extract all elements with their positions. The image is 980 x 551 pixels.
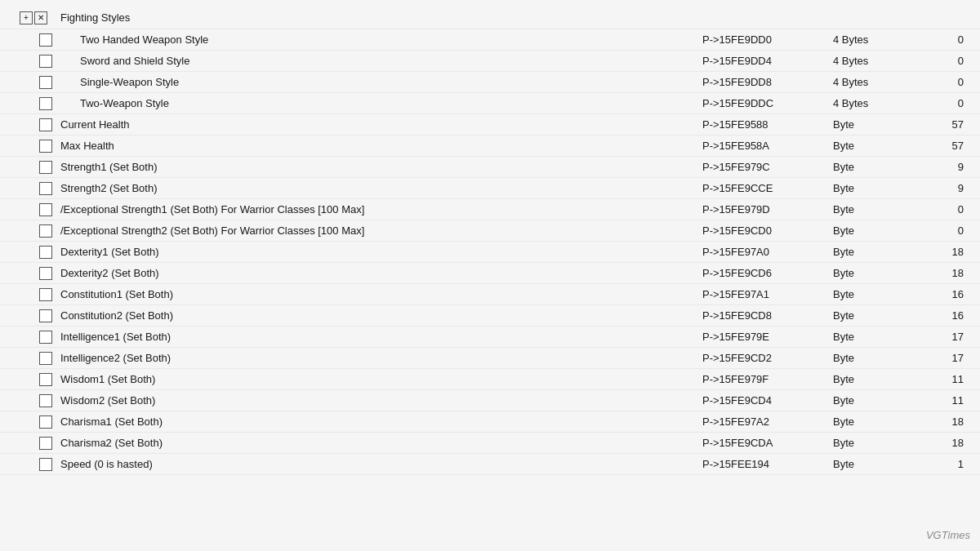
row-value: 18 — [915, 267, 980, 279]
row-checkbox[interactable] — [39, 246, 52, 259]
table-row[interactable]: Two-Weapon StyleP->15FE9DDC4 Bytes0 — [0, 93, 980, 114]
row-name: Single-Weapon Style — [57, 76, 702, 88]
row-address: P->15FE9CCE — [702, 182, 833, 194]
table-row[interactable]: Intelligence2 (Set Both)P->15FE9CD2Byte1… — [0, 348, 980, 369]
row-name: Wisdom1 (Set Both) — [57, 373, 702, 385]
table-row[interactable]: /Exceptional Strength1 (Set Both) For Wa… — [0, 199, 980, 220]
row-checkbox[interactable] — [39, 415, 52, 429]
row-checkbox[interactable] — [39, 161, 52, 174]
row-name: Intelligence1 (Set Both) — [57, 331, 702, 343]
row-checkbox[interactable] — [39, 267, 52, 280]
row-checkbox[interactable] — [39, 458, 52, 471]
row-name: Charisma1 (Set Both) — [57, 415, 702, 428]
row-name: Max Health — [57, 140, 702, 152]
row-value: 0 — [915, 203, 980, 216]
row-checkbox[interactable] — [39, 97, 52, 110]
row-type: 4 Bytes — [833, 76, 915, 88]
checkbox-cell — [0, 267, 57, 280]
row-address: P->15FE979C — [702, 161, 833, 173]
row-value: 11 — [915, 394, 980, 407]
row-value: 18 — [915, 246, 980, 258]
row-type: Byte — [833, 352, 915, 364]
checkbox-cell — [0, 55, 57, 68]
row-checkbox[interactable] — [39, 373, 52, 386]
table-row[interactable]: /Exceptional Strength2 (Set Both) For Wa… — [0, 220, 980, 242]
row-name: Constitution1 (Set Both) — [57, 288, 702, 300]
row-name: Strength2 (Set Both) — [57, 182, 702, 194]
row-type: Byte — [833, 415, 915, 428]
table-row[interactable]: Charisma1 (Set Both)P->15FE97A2Byte18 — [0, 411, 980, 433]
table-row[interactable]: Constitution1 (Set Both)P->15FE97A1Byte1… — [0, 284, 980, 305]
row-name: Current Health — [57, 118, 702, 131]
row-value: 17 — [915, 331, 980, 343]
row-checkbox[interactable] — [39, 182, 52, 195]
row-checkbox[interactable] — [39, 203, 52, 216]
table-row[interactable]: Wisdom1 (Set Both)P->15FE979FByte11 — [0, 369, 980, 390]
group-expand-area[interactable]: + — [0, 11, 57, 24]
row-type: Byte — [833, 373, 915, 385]
table-row[interactable]: Strength2 (Set Both)P->15FE9CCEByte9 — [0, 178, 980, 199]
table-row[interactable]: Dexterity1 (Set Both)P->15FE97A0Byte18 — [0, 242, 980, 263]
row-value: 0 — [915, 224, 980, 237]
row-address: P->15FE9CD2 — [702, 352, 833, 364]
row-value: 0 — [915, 97, 980, 109]
table-row[interactable]: Strength1 (Set Both)P->15FE979CByte9 — [0, 157, 980, 178]
row-name: Intelligence2 (Set Both) — [57, 352, 702, 364]
row-name: Dexterity2 (Set Both) — [57, 267, 702, 279]
checkbox-cell — [0, 140, 57, 153]
row-name: Wisdom2 (Set Both) — [57, 394, 702, 407]
row-type: Byte — [833, 394, 915, 407]
row-address: P->15FE9CD8 — [702, 309, 833, 322]
row-address: P->15FE979F — [702, 373, 833, 385]
row-checkbox[interactable] — [39, 224, 52, 238]
row-value: 57 — [915, 140, 980, 152]
row-checkbox[interactable] — [39, 437, 52, 450]
row-value: 16 — [915, 288, 980, 300]
row-name: Dexterity1 (Set Both) — [57, 246, 702, 258]
row-type: Byte — [833, 246, 915, 258]
row-checkbox[interactable] — [39, 309, 52, 322]
row-checkbox[interactable] — [39, 352, 52, 365]
row-type: 4 Bytes — [833, 97, 915, 109]
row-type: Byte — [833, 182, 915, 194]
row-value: 18 — [915, 415, 980, 428]
row-checkbox[interactable] — [39, 331, 52, 344]
row-address: P->15FE979E — [702, 331, 833, 343]
row-address: P->15FE9DD4 — [702, 55, 833, 67]
row-checkbox[interactable] — [39, 33, 52, 47]
checkbox-cell — [0, 352, 57, 365]
row-type: Byte — [833, 331, 915, 343]
expand-icon[interactable]: + — [20, 11, 33, 24]
table-row[interactable]: Dexterity2 (Set Both)P->15FE9CD6Byte18 — [0, 263, 980, 284]
table-row[interactable]: Wisdom2 (Set Both)P->15FE9CD4Byte11 — [0, 390, 980, 411]
group-header-row: + Fighting Styles — [0, 7, 980, 29]
row-checkbox[interactable] — [39, 76, 52, 89]
row-checkbox[interactable] — [39, 118, 52, 131]
row-address: P->15FE97A1 — [702, 288, 833, 300]
row-checkbox[interactable] — [39, 55, 52, 68]
cheat-engine-table[interactable]: + Fighting Styles Two Handed Weapon Styl… — [0, 0, 980, 551]
table-row[interactable]: Speed (0 is hasted)P->15FEE194Byte1 — [0, 454, 980, 475]
table-row[interactable]: Intelligence1 (Set Both)P->15FE979EByte1… — [0, 327, 980, 348]
close-icon[interactable] — [34, 11, 47, 24]
table-row[interactable]: Current HealthP->15FE9588Byte57 — [0, 114, 980, 136]
table-row[interactable]: Sword and Shield StyleP->15FE9DD44 Bytes… — [0, 51, 980, 72]
row-type: Byte — [833, 309, 915, 322]
row-address: P->15FE97A2 — [702, 415, 833, 428]
row-checkbox[interactable] — [39, 394, 52, 407]
row-address: P->15FE9588 — [702, 118, 833, 131]
table-row[interactable]: Max HealthP->15FE958AByte57 — [0, 136, 980, 157]
checkbox-cell — [0, 161, 57, 174]
table-row[interactable]: Constitution2 (Set Both)P->15FE9CD8Byte1… — [0, 305, 980, 327]
row-checkbox[interactable] — [39, 140, 52, 153]
row-checkbox[interactable] — [39, 288, 52, 301]
row-name: Two-Weapon Style — [57, 97, 702, 109]
checkbox-cell — [0, 224, 57, 238]
table-row[interactable]: Two Handed Weapon StyleP->15FE9DD04 Byte… — [0, 29, 980, 51]
row-name: Strength1 (Set Both) — [57, 161, 702, 173]
table-row[interactable]: Charisma2 (Set Both)P->15FE9CDAByte18 — [0, 433, 980, 454]
group-name: Fighting Styles — [57, 11, 702, 24]
table-row[interactable]: Single-Weapon StyleP->15FE9DD84 Bytes0 — [0, 72, 980, 93]
row-name: Sword and Shield Style — [57, 55, 702, 67]
row-value: 1 — [915, 458, 980, 470]
